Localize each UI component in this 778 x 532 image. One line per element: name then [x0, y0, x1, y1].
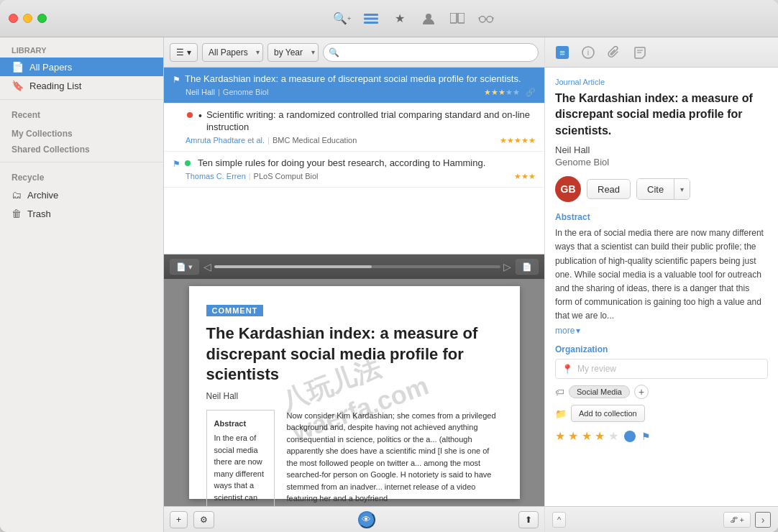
separator-2: | — [267, 136, 270, 145]
info-icon[interactable]: ≡ — [554, 44, 571, 61]
sidebar-item-label: Reading List — [29, 81, 81, 91]
maximize-button[interactable] — [37, 14, 47, 23]
svg-rect-4 — [450, 13, 457, 23]
sidebar-item-archive[interactable]: 🗂 Archive — [0, 185, 163, 204]
svg-point-6 — [479, 16, 485, 22]
bullet-2: • — [198, 110, 202, 121]
expand-button[interactable]: ^ — [552, 512, 566, 528]
paper-item-3[interactable]: ⚑ Ten simple rules for doing your best r… — [164, 152, 544, 188]
pdf-page-icon-left: 📄 — [176, 262, 186, 272]
pdf-paper-title: The Kardashian index: a measure of discr… — [206, 324, 503, 385]
all-papers-select[interactable]: All Papers — [202, 43, 263, 62]
collection-icon: 📁 — [555, 408, 567, 419]
tag-icon: 🏷 — [555, 387, 564, 398]
collapse-right-button[interactable]: › — [755, 512, 771, 528]
pdf-page-icon-right[interactable]: 📄 — [516, 259, 539, 275]
shared-collections-label: Shared Collections — [0, 142, 163, 157]
sidebar-item-trash[interactable]: 🗑 Trash — [0, 204, 163, 223]
search-input[interactable] — [323, 43, 539, 62]
star-4: ★ — [595, 430, 605, 442]
cite-button[interactable]: Cite — [637, 179, 674, 199]
person-icon[interactable] — [421, 11, 436, 27]
flag-icon-1: ⚑ — [173, 75, 180, 85]
pdf-progress: ◁ ▷ — [203, 261, 511, 272]
paper-journal-3: PLoS Comput Biol — [254, 172, 319, 180]
pdf-abstract-title: Abstract — [214, 418, 267, 430]
svg-line-9 — [478, 17, 479, 19]
reading-icon[interactable] — [449, 11, 465, 27]
tag-social-media[interactable]: Social Media — [569, 385, 630, 398]
right-bottom-bar: ^ 🖇 + › — [545, 506, 778, 532]
attach-button[interactable]: 🖇 + — [723, 512, 751, 528]
gear-button[interactable]: ⚙ — [193, 511, 214, 528]
eye-button[interactable]: 👁 — [358, 511, 375, 528]
rating-stars[interactable]: ★ ★ ★ ★ ★ — [555, 429, 618, 443]
paper-stars-3: ★★★ — [514, 172, 536, 181]
titlebar: 🔍+ ★ — [0, 0, 778, 37]
more-link[interactable]: more ▾ — [555, 326, 768, 336]
star-icon[interactable]: ★ — [392, 11, 408, 27]
star-1: ★ — [555, 430, 565, 442]
sidebar-item-all-papers[interactable]: 📄 All Papers — [0, 58, 163, 76]
search-wrapper: 🔍 — [323, 43, 539, 62]
organization-section-title: Organization — [555, 344, 768, 354]
progress-bar[interactable] — [214, 265, 500, 268]
tag-add-button[interactable]: + — [634, 385, 649, 399]
pdf-content[interactable]: 八玩儿法waerfa.com COMMENT The Kardashian in… — [164, 279, 544, 506]
search-icon: 🔍 — [329, 47, 339, 58]
article-type: Journal Article — [555, 78, 768, 86]
separator-3: | — [249, 172, 251, 180]
list-view-icon[interactable] — [363, 11, 379, 27]
middle-panel: ☰ ▾ All Papers by Year 🔍 — [164, 37, 545, 532]
year-select[interactable]: by Year — [267, 43, 319, 62]
app-window: 🔍+ ★ LIBRARY 📄 All Papers — [0, 0, 778, 532]
pdf-page: 八玩儿法waerfa.com COMMENT The Kardashian in… — [189, 286, 520, 499]
glasses-icon[interactable] — [478, 11, 494, 27]
pdf-toolbar: 📄 ▾ ◁ ▷ 📄 — [164, 254, 544, 279]
paper-item-2[interactable]: • Scientific writing: a randomized contr… — [164, 104, 544, 152]
star-2: ★ — [568, 430, 578, 442]
review-input[interactable]: 📍 My review — [555, 359, 768, 379]
add-to-collection-button[interactable]: Add to collection — [571, 405, 645, 422]
details-icon[interactable]: i — [580, 44, 597, 61]
read-button[interactable]: Read — [587, 179, 631, 199]
paper-title-3: Ten simple rules for doing your best res… — [198, 157, 536, 170]
svg-line-10 — [493, 17, 493, 19]
svg-point-3 — [426, 14, 431, 19]
paper-authors-3: Thomas C. Erren — [186, 172, 246, 180]
svg-rect-1 — [364, 17, 378, 19]
location-icon: 📍 — [562, 364, 573, 375]
my-collections-label: My Collections — [0, 123, 163, 142]
all-papers-icon: 📄 — [12, 61, 24, 73]
cite-dropdown[interactable]: ▾ — [674, 179, 690, 199]
add-button[interactable]: + — [170, 511, 188, 528]
star-5: ★ — [608, 430, 618, 442]
separator-1: | — [218, 88, 220, 96]
pdf-prev-icon: ◁ — [203, 261, 211, 272]
bottom-bar: + ⚙ 👁 ⬆ — [164, 506, 544, 532]
attachment-icon[interactable] — [605, 44, 623, 61]
right-content: Journal Article The Kardashian index: a … — [545, 68, 778, 506]
pdf-dropdown-arrow: ▾ — [188, 262, 193, 272]
sort-options-button[interactable]: ☰ ▾ — [170, 43, 198, 62]
sidebar-item-reading-list[interactable]: 🔖 Reading List — [0, 76, 163, 95]
paper-item-1[interactable]: ⚑ The Kardashian index: a measure of dis… — [164, 68, 544, 104]
minimize-button[interactable] — [23, 14, 32, 23]
svg-text:i: i — [587, 48, 589, 57]
notes-icon[interactable] — [631, 44, 649, 61]
search-plus-icon[interactable]: 🔍+ — [334, 11, 350, 27]
sidebar: LIBRARY 📄 All Papers 🔖 Reading List Rece… — [0, 37, 164, 532]
flag-blue-icon: ⚑ — [641, 431, 651, 442]
pdf-pages-button[interactable]: 📄 ▾ — [170, 259, 199, 275]
reading-list-icon: 🔖 — [12, 80, 24, 91]
color-dot-blue[interactable] — [624, 431, 636, 442]
collection-row: 📁 Add to collection — [555, 405, 768, 422]
review-placeholder: My review — [577, 364, 616, 374]
article-journal: Genome Biol — [555, 157, 768, 168]
star-3: ★ — [582, 430, 592, 442]
close-button[interactable] — [9, 14, 18, 23]
share-button[interactable]: ⬆ — [518, 511, 539, 528]
rating-row: ★ ★ ★ ★ ★ ⚑ — [555, 429, 768, 443]
paper-title-1: The Kardashian index: a measure of discr… — [185, 73, 536, 86]
avatar: GB — [555, 176, 581, 202]
